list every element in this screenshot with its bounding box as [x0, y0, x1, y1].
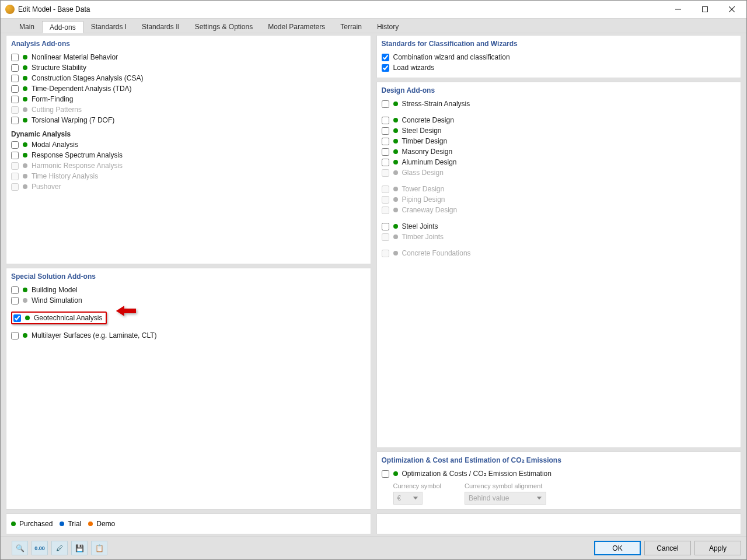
analysis-item-0[interactable]: Nonlinear Material Behavior — [11, 52, 366, 62]
design-g3-0-checkbox — [382, 186, 389, 193]
special-top-0[interactable]: Building Model — [11, 285, 366, 295]
ok-button[interactable]: OK — [594, 541, 641, 555]
tab-add-ons[interactable]: Add-ons — [42, 21, 83, 33]
analysis-item-4-checkbox[interactable] — [11, 96, 19, 103]
panel-design-title: Design Add-ons — [377, 82, 741, 96]
align-dropdown[interactable]: Behind value — [465, 492, 546, 505]
design-g1-0[interactable]: Stress-Strain Analysis — [382, 99, 736, 109]
standards-item-0[interactable]: Combination wizard and classification — [382, 52, 736, 62]
maximize-button[interactable] — [692, 1, 718, 18]
tab-standards-ii[interactable]: Standards II — [134, 20, 187, 33]
design-g2-3[interactable]: Masonry Design — [382, 146, 736, 157]
design-g2-0-checkbox[interactable] — [382, 117, 389, 124]
design-g4-1-checkbox — [382, 233, 389, 241]
dynamic-item-4: Pushover — [11, 181, 366, 192]
design-g2-0[interactable]: Concrete Design — [382, 115, 736, 125]
design-g3-1-dot — [393, 197, 398, 202]
geotechnical-checkbox[interactable] — [13, 314, 21, 322]
dynamic-item-2-label: Harmonic Response Analysis — [32, 162, 123, 170]
apply-button[interactable]: Apply — [694, 541, 741, 555]
tool-precision[interactable]: 0.00 — [32, 541, 48, 555]
design-g2-1-dot — [393, 128, 398, 133]
analysis-item-0-checkbox[interactable] — [11, 54, 19, 61]
design-g2-3-checkbox[interactable] — [382, 148, 389, 156]
analysis-item-1[interactable]: Structure Stability — [11, 62, 366, 73]
highlight-arrow-icon — [116, 303, 137, 319]
special-top-0-checkbox[interactable] — [11, 286, 19, 294]
tool-script[interactable]: 🖊 — [51, 541, 68, 555]
design-g3-2-label: Craneway Design — [402, 206, 458, 214]
dynamic-item-1[interactable]: Response Spectrum Analysis — [11, 150, 366, 160]
special-bottom-0-checkbox[interactable] — [11, 332, 19, 340]
app-icon — [5, 5, 15, 14]
analysis-item-2-checkbox[interactable] — [11, 75, 19, 82]
opt-item[interactable]: Optimization & Costs / CO₂ Emission Esti… — [382, 468, 736, 479]
analysis-item-1-checkbox[interactable] — [11, 64, 19, 72]
design-g3-2-dot — [393, 208, 398, 212]
design-g2-1-checkbox[interactable] — [382, 127, 389, 135]
design-g2-2-dot — [393, 139, 398, 144]
special-top-1[interactable]: Wind Simulation — [11, 295, 366, 306]
tab-main[interactable]: Main — [12, 20, 42, 33]
analysis-item-3-label: Time-Dependent Analysis (TDA) — [32, 85, 132, 93]
standards-checkbox-1[interactable] — [382, 64, 389, 72]
design-g1-0-checkbox[interactable] — [382, 100, 389, 108]
design-g2-1[interactable]: Steel Design — [382, 125, 736, 136]
tab-terrain[interactable]: Terrain — [333, 20, 369, 33]
currency-dropdown[interactable]: € — [393, 492, 423, 505]
analysis-item-6-checkbox[interactable] — [11, 117, 19, 124]
design-g2-4-label: Aluminum Design — [402, 158, 457, 166]
dynamic-item-1-checkbox[interactable] — [11, 152, 19, 159]
panel-opt-title: Optimization & Cost and Estimation of CO… — [377, 452, 741, 466]
design-g2-4-checkbox[interactable] — [382, 159, 389, 166]
design-g2-3-label: Masonry Design — [402, 148, 453, 156]
opt-checkbox[interactable] — [382, 470, 389, 478]
dynamic-analysis-heading: Dynamic Analysis — [11, 125, 366, 139]
design-g2-4[interactable]: Aluminum Design — [382, 157, 736, 167]
standards-checkbox-0[interactable] — [382, 54, 389, 61]
design-g5-0: Concrete Foundations — [382, 248, 736, 258]
special-top-0-label: Building Model — [32, 286, 78, 294]
analysis-item-2[interactable]: Construction Stages Analysis (CSA) — [11, 73, 366, 83]
analysis-item-1-dot — [23, 65, 27, 70]
tab-settings-options[interactable]: Settings & Options — [187, 20, 260, 33]
dynamic-item-0-checkbox[interactable] — [11, 141, 19, 149]
design-g4-0[interactable]: Steel Joints — [382, 221, 736, 232]
analysis-item-3-checkbox[interactable] — [11, 85, 19, 93]
minimize-button[interactable] — [665, 1, 692, 18]
analysis-item-3[interactable]: Time-Dependent Analysis (TDA) — [11, 83, 366, 94]
legend-demo-dot — [88, 522, 93, 526]
cancel-button[interactable]: Cancel — [644, 541, 691, 555]
analysis-item-4[interactable]: Form-Finding — [11, 94, 366, 104]
special-bottom-0[interactable]: Multilayer Surfaces (e.g. Laminate, CLT) — [11, 330, 366, 341]
standards-item-1[interactable]: Load wizards — [382, 62, 736, 73]
tab-standards-i[interactable]: Standards I — [83, 20, 134, 33]
dynamic-item-0[interactable]: Modal Analysis — [11, 139, 366, 150]
design-g2-2-checkbox[interactable] — [382, 138, 389, 145]
dynamic-item-2-dot — [23, 163, 27, 168]
special-top-1-checkbox[interactable] — [11, 297, 19, 304]
tab-history[interactable]: History — [369, 20, 406, 33]
design-g2-1-label: Steel Design — [402, 127, 442, 135]
design-g2-2[interactable]: Timber Design — [382, 136, 736, 146]
geotechnical-row[interactable]: Geotechnical Analysis — [11, 306, 366, 330]
close-button[interactable] — [718, 1, 745, 18]
opt-dot — [393, 471, 398, 476]
design-g2-5: Glass Design — [382, 167, 736, 178]
tool-copy[interactable]: 📋 — [91, 541, 107, 555]
design-g3-2-checkbox — [382, 206, 389, 214]
analysis-item-5: Cutting Patterns — [11, 104, 366, 115]
design-g2-4-dot — [393, 160, 398, 164]
tool-export[interactable]: 💾 — [71, 541, 88, 555]
analysis-item-0-label: Nonlinear Material Behavior — [32, 53, 118, 61]
design-g2-5-label: Glass Design — [402, 169, 444, 177]
special-bottom-0-dot — [23, 333, 27, 338]
design-g4-0-checkbox[interactable] — [382, 223, 389, 230]
window-title: Edit Model - Base Data — [18, 5, 90, 13]
analysis-item-6[interactable]: Torsional Warping (7 DOF) — [11, 115, 366, 125]
dynamic-item-4-dot — [23, 184, 27, 189]
tool-search[interactable]: 🔍 — [12, 541, 28, 555]
geotechnical-dot — [25, 316, 30, 320]
tab-model-parameters[interactable]: Model Parameters — [260, 20, 333, 33]
dynamic-item-2-checkbox — [11, 162, 19, 170]
